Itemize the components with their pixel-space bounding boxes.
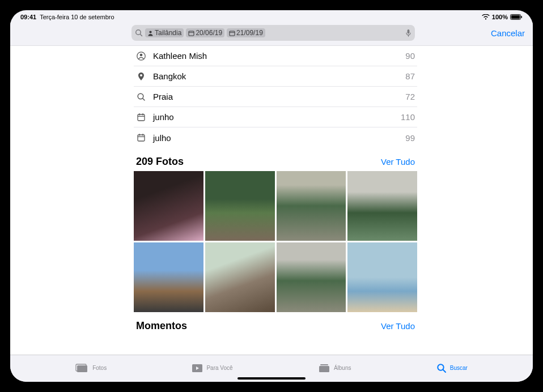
token-label: 20/06/19 xyxy=(196,29,222,37)
svg-point-5 xyxy=(149,31,151,33)
suggestion-label: Praia xyxy=(153,92,173,101)
status-left: 09:41 Terça-feira 10 de setembro xyxy=(20,14,114,20)
svg-line-4 xyxy=(141,35,142,36)
photo-thumbnail[interactable] xyxy=(205,171,275,241)
photos-section-title: 209 Fotos xyxy=(136,156,184,168)
suggestion-count: 87 xyxy=(405,71,415,81)
person-icon xyxy=(136,52,146,61)
suggestion-count: 110 xyxy=(401,112,415,122)
suggestion-search[interactable]: Praia 72 xyxy=(134,87,417,107)
svg-line-15 xyxy=(143,98,145,100)
location-icon xyxy=(136,72,146,81)
photos-section-header: 209 Fotos Ver Tudo xyxy=(134,148,417,171)
photo-thumbnail[interactable] xyxy=(205,242,275,312)
search-tab-icon xyxy=(436,363,447,373)
suggestion-label: Bangkok xyxy=(153,71,186,81)
moments-see-all-button[interactable]: Ver Tudo xyxy=(381,321,415,331)
photo-grid xyxy=(134,171,417,312)
content[interactable]: Kathleen Mish 90 Bangkok 87 xyxy=(10,46,533,355)
svg-rect-28 xyxy=(320,364,328,365)
calendar-icon xyxy=(136,113,146,122)
calendar-icon xyxy=(188,30,194,36)
suggestion-month-1[interactable]: junho 110 xyxy=(134,107,417,127)
calendar-icon xyxy=(229,30,235,36)
photo-thumbnail[interactable] xyxy=(277,171,346,241)
ipad-frame: 09:41 Terça-feira 10 de setembro 100% xyxy=(0,0,543,392)
svg-rect-20 xyxy=(138,135,145,141)
status-time: 09:41 xyxy=(20,14,36,20)
suggestion-label: junho xyxy=(153,112,174,122)
battery-icon xyxy=(510,14,523,20)
suggestion-label: julho xyxy=(153,133,171,143)
svg-line-31 xyxy=(443,369,446,372)
token-label: 21/09/19 xyxy=(236,29,263,37)
tab-bar: Fotos Para Você Álbuns Buscar xyxy=(10,355,533,382)
screen: 09:41 Terça-feira 10 de setembro 100% xyxy=(10,10,533,382)
svg-rect-1 xyxy=(511,15,520,19)
suggestion-label: Kathleen Mish xyxy=(153,51,207,61)
tab-for-you[interactable]: Para Você xyxy=(192,364,232,373)
photos-see-all-button[interactable]: Ver Tudo xyxy=(381,157,415,167)
svg-point-13 xyxy=(140,53,143,56)
search-token-date-1[interactable]: 20/06/19 xyxy=(186,28,224,37)
photo-thumbnail[interactable] xyxy=(277,242,346,312)
photo-thumbnail[interactable] xyxy=(134,171,203,241)
photo-thumbnail[interactable] xyxy=(347,171,417,241)
suggestion-count: 99 xyxy=(405,133,415,143)
status-bar: 09:41 Terça-feira 10 de setembro 100% xyxy=(10,10,533,22)
suggestion-location[interactable]: Bangkok 87 xyxy=(134,66,417,87)
tab-label: Álbuns xyxy=(334,365,351,371)
suggestion-list: Kathleen Mish 90 Bangkok 87 xyxy=(134,46,417,148)
tab-label: Para Você xyxy=(206,365,232,371)
svg-rect-2 xyxy=(521,16,523,18)
search-token-date-2[interactable]: 21/09/19 xyxy=(227,28,265,37)
token-label: Tailândia xyxy=(155,29,181,37)
search-icon xyxy=(135,29,143,37)
search-field[interactable]: Tailândia 20/06/19 21/09/19 xyxy=(131,25,415,41)
photo-thumbnail[interactable] xyxy=(347,242,417,312)
tab-photos[interactable]: Fotos xyxy=(75,364,107,373)
moments-section-header: Momentos Ver Tudo xyxy=(134,312,417,335)
suggestion-month-2[interactable]: julho 99 xyxy=(134,127,417,148)
suggestion-count: 72 xyxy=(405,92,415,101)
svg-rect-6 xyxy=(189,31,194,36)
status-date: Terça-feira 10 de setembro xyxy=(40,14,114,20)
suggestion-count: 90 xyxy=(405,51,415,61)
svg-rect-8 xyxy=(230,31,235,36)
dictation-button[interactable] xyxy=(405,29,412,37)
status-right: 100% xyxy=(482,14,523,20)
photos-tab-icon xyxy=(75,364,89,373)
tab-label: Fotos xyxy=(92,365,107,371)
search-token-person[interactable]: Tailândia xyxy=(145,28,184,37)
photo-thumbnail[interactable] xyxy=(134,242,203,312)
battery-percent: 100% xyxy=(492,14,508,20)
calendar-icon xyxy=(136,133,146,142)
wifi-icon xyxy=(482,14,490,20)
tab-label: Buscar xyxy=(450,365,468,371)
person-icon xyxy=(147,30,154,36)
tab-albums[interactable]: Álbuns xyxy=(318,364,351,373)
content-inner: Kathleen Mish 90 Bangkok 87 xyxy=(134,46,417,335)
svg-rect-29 xyxy=(319,366,329,372)
tab-search[interactable]: Buscar xyxy=(436,363,468,373)
search-icon xyxy=(136,92,146,101)
search-header: Tailândia 20/06/19 21/09/19 Cancelar xyxy=(10,22,533,46)
suggestion-person[interactable]: Kathleen Mish 90 xyxy=(134,46,417,66)
home-indicator[interactable] xyxy=(237,377,306,380)
cancel-button[interactable]: Cancelar xyxy=(491,28,525,38)
albums-tab-icon xyxy=(318,364,330,373)
svg-rect-10 xyxy=(408,29,410,34)
moments-section-title: Momentos xyxy=(136,320,187,332)
svg-rect-16 xyxy=(138,114,145,121)
foryou-tab-icon xyxy=(192,364,203,373)
